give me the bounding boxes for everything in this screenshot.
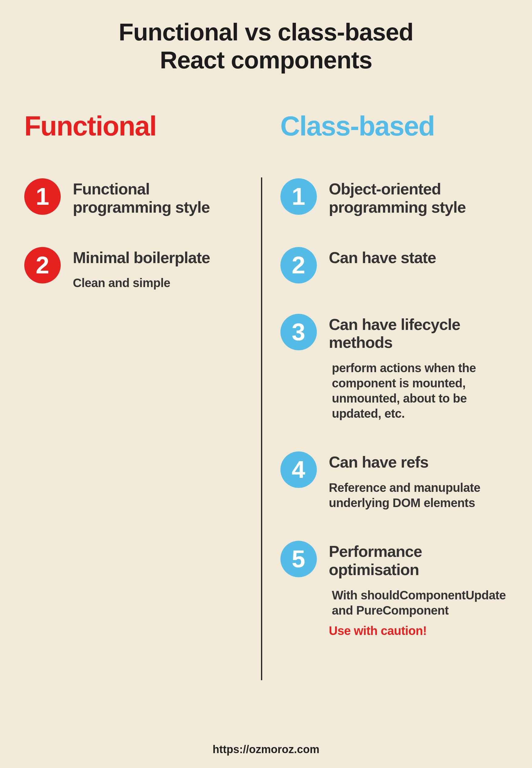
page-title: Functional vs class-based React componen…	[24, 18, 508, 74]
item-body: Can have refs Reference and manupulate u…	[329, 451, 508, 510]
item-body: Minimal boilerplate Clean and simple	[73, 247, 252, 291]
item-body: Object-oriented programming style	[329, 178, 508, 217]
item-subtitle: Clean and simple	[73, 275, 252, 291]
title-line-1: Functional vs class-based	[119, 19, 413, 46]
item-title: Can have lifecycle methods	[329, 316, 508, 352]
class-item-5: 5 Performance optimisation With shouldCo…	[280, 541, 508, 638]
title-line-2: React components	[160, 46, 372, 73]
class-based-column: Class-based 1 Object-oriented programmin…	[262, 110, 508, 680]
number-badge: 1	[280, 178, 317, 215]
item-subtitle: Reference and manupulate underlying DOM …	[329, 480, 508, 510]
item-title: Object-oriented programming style	[329, 180, 508, 217]
item-title: Can have state	[329, 249, 508, 267]
number-badge: 1	[24, 178, 61, 215]
number-badge: 3	[280, 314, 317, 350]
item-body: Can have lifecycle methods perform actio…	[329, 314, 508, 421]
functional-header: Functional	[24, 110, 252, 142]
class-based-header: Class-based	[280, 110, 508, 142]
number-badge: 2	[24, 247, 61, 284]
item-body: Performance optimisation With shouldComp…	[329, 541, 508, 638]
caution-note: Use with caution!	[329, 624, 508, 638]
item-subtitle: With shouldComponentUpdate and PureCompo…	[332, 588, 508, 618]
item-subtitle: perform actions when the component is mo…	[332, 360, 508, 421]
class-item-4: 4 Can have refs Reference and manupulate…	[280, 451, 508, 510]
item-title: Performance optimisation	[329, 542, 508, 579]
item-body: Functional programming style	[73, 178, 252, 217]
functional-column: Functional 1 Functional programming styl…	[24, 110, 261, 680]
item-title: Functional programming style	[73, 180, 252, 217]
item-title: Can have refs	[329, 453, 508, 471]
class-item-2: 2 Can have state	[280, 247, 508, 284]
number-badge: 5	[280, 541, 317, 577]
number-badge: 4	[280, 451, 317, 488]
class-item-1: 1 Object-oriented programming style	[280, 178, 508, 217]
functional-item-2: 2 Minimal boilerplate Clean and simple	[24, 247, 252, 291]
number-badge: 2	[280, 247, 317, 284]
functional-item-1: 1 Functional programming style	[24, 178, 252, 217]
class-item-3: 3 Can have lifecycle methods perform act…	[280, 314, 508, 421]
footer-link[interactable]: https://ozmoroz.com	[0, 743, 532, 756]
comparison-columns: Functional 1 Functional programming styl…	[24, 110, 508, 680]
item-title: Minimal boilerplate	[73, 249, 252, 267]
item-body: Can have state	[329, 247, 508, 267]
